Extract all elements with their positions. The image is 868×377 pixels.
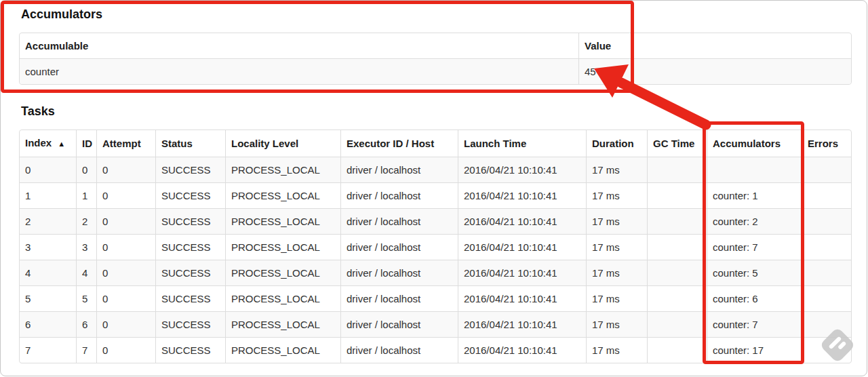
tasks-section-heading: Tasks	[21, 104, 55, 119]
cell-status: SUCCESS	[155, 311, 225, 337]
cell-id: 2	[76, 208, 96, 234]
cell-id: 1	[76, 182, 96, 208]
cell-attempt: 0	[96, 182, 155, 208]
column-header-index-label: Index	[25, 137, 52, 148]
tasks-table-body: 000SUCCESSPROCESS_LOCALdriver / localhos…	[20, 157, 851, 363]
column-header-gc-time[interactable]: GC Time	[647, 130, 707, 157]
cell-duration: 17 ms	[586, 337, 647, 363]
cell-locality-level: PROCESS_LOCAL	[225, 208, 340, 234]
cell-id: 0	[76, 157, 96, 182]
cell-executor-id-host: driver / localhost	[340, 182, 458, 208]
cell-index: 5	[20, 285, 76, 311]
column-header-accumulators[interactable]: Accumulators	[707, 130, 802, 157]
cell-index: 2	[20, 208, 76, 234]
cell-locality-level: PROCESS_LOCAL	[225, 260, 340, 285]
cell-accumulators: counter: 17	[707, 337, 802, 363]
table-row: 440SUCCESSPROCESS_LOCALdriver / localhos…	[20, 260, 851, 285]
cell-index: 3	[20, 234, 76, 260]
sort-ascending-icon: ▲	[58, 140, 65, 148]
cell-status: SUCCESS	[155, 157, 225, 182]
cell-id: 7	[76, 337, 96, 363]
column-header-errors[interactable]: Errors	[802, 130, 851, 157]
column-header-attempt[interactable]: Attempt	[96, 130, 155, 157]
column-header-status[interactable]: Status	[155, 130, 225, 157]
cell-launch-time: 2016/04/21 10:10:41	[458, 208, 586, 234]
column-header-index[interactable]: Index▲	[20, 130, 76, 157]
cell-attempt: 0	[96, 337, 155, 363]
column-header-launch-time[interactable]: Launch Time	[458, 130, 586, 157]
cell-launch-time: 2016/04/21 10:10:41	[458, 157, 586, 182]
cell-accumulable: counter	[20, 58, 578, 84]
cell-accumulators: counter: 2	[707, 208, 802, 234]
cell-attempt: 0	[96, 311, 155, 337]
cell-gc-time	[647, 157, 707, 182]
cell-accumulators: counter: 6	[707, 285, 802, 311]
cell-index: 0	[20, 157, 76, 182]
cell-value: 45	[578, 58, 851, 84]
cell-attempt: 0	[96, 157, 155, 182]
cell-accumulators: counter: 7	[707, 311, 802, 337]
cell-launch-time: 2016/04/21 10:10:41	[458, 285, 586, 311]
cell-gc-time	[647, 337, 707, 363]
column-header-duration[interactable]: Duration	[586, 130, 647, 157]
accumulators-table-header: Accumulable Value	[20, 33, 851, 58]
cell-accumulators: counter: 1	[707, 182, 802, 208]
cell-attempt: 0	[96, 260, 155, 285]
cell-errors	[802, 182, 851, 208]
table-row: 220SUCCESSPROCESS_LOCALdriver / localhos…	[20, 208, 851, 234]
cell-status: SUCCESS	[155, 234, 225, 260]
column-header-locality-level[interactable]: Locality Level	[225, 130, 340, 157]
cell-attempt: 0	[96, 208, 155, 234]
cell-gc-time	[647, 311, 707, 337]
cell-status: SUCCESS	[155, 208, 225, 234]
table-row: 660SUCCESSPROCESS_LOCALdriver / localhos…	[20, 311, 851, 337]
cell-launch-time: 2016/04/21 10:10:41	[458, 234, 586, 260]
table-row: 000SUCCESSPROCESS_LOCALdriver / localhos…	[20, 157, 851, 182]
cell-id: 6	[76, 311, 96, 337]
cell-executor-id-host: driver / localhost	[340, 157, 458, 182]
column-header-executor-id-host[interactable]: Executor ID / Host	[340, 130, 458, 157]
cell-executor-id-host: driver / localhost	[340, 208, 458, 234]
cell-id: 3	[76, 234, 96, 260]
cell-executor-id-host: driver / localhost	[340, 285, 458, 311]
cell-locality-level: PROCESS_LOCAL	[225, 337, 340, 363]
cell-duration: 17 ms	[586, 311, 647, 337]
cell-launch-time: 2016/04/21 10:10:41	[458, 311, 586, 337]
cell-status: SUCCESS	[155, 182, 225, 208]
table-row: 550SUCCESSPROCESS_LOCALdriver / localhos…	[20, 285, 851, 311]
cell-duration: 17 ms	[586, 157, 647, 182]
cell-duration: 17 ms	[586, 285, 647, 311]
cell-gc-time	[647, 260, 707, 285]
cell-launch-time: 2016/04/21 10:10:41	[458, 337, 586, 363]
cell-locality-level: PROCESS_LOCAL	[225, 182, 340, 208]
table-row: 110SUCCESSPROCESS_LOCALdriver / localhos…	[20, 182, 851, 208]
cell-errors	[802, 260, 851, 285]
cell-id: 5	[76, 285, 96, 311]
cell-id: 4	[76, 260, 96, 285]
cell-executor-id-host: driver / localhost	[340, 234, 458, 260]
cell-index: 1	[20, 182, 76, 208]
cell-errors	[802, 208, 851, 234]
table-row: counter 45	[20, 58, 851, 84]
spark-stage-page: Accumulators Accumulable Value counter 4…	[0, 0, 867, 376]
table-header-row: Accumulable Value	[20, 33, 851, 58]
column-header-accumulable: Accumulable	[20, 33, 578, 58]
cell-index: 6	[20, 311, 76, 337]
accumulators-table-body: counter 45	[20, 58, 851, 84]
table-row: 770SUCCESSPROCESS_LOCALdriver / localhos…	[20, 337, 851, 363]
column-header-id[interactable]: ID	[76, 130, 96, 157]
cell-status: SUCCESS	[155, 285, 225, 311]
skitch-watermark-icon	[816, 324, 859, 366]
cell-gc-time	[647, 234, 707, 260]
cell-locality-level: PROCESS_LOCAL	[225, 311, 340, 337]
cell-attempt: 0	[96, 234, 155, 260]
cell-gc-time	[647, 182, 707, 208]
cell-locality-level: PROCESS_LOCAL	[225, 234, 340, 260]
cell-index: 7	[20, 337, 76, 363]
accumulators-table: Accumulable Value counter 45	[19, 33, 852, 85]
tasks-table-header: Index▲ ID Attempt Status Locality Level …	[20, 130, 851, 157]
cell-executor-id-host: driver / localhost	[340, 337, 458, 363]
cell-locality-level: PROCESS_LOCAL	[225, 285, 340, 311]
cell-duration: 17 ms	[586, 182, 647, 208]
cell-errors	[802, 234, 851, 260]
